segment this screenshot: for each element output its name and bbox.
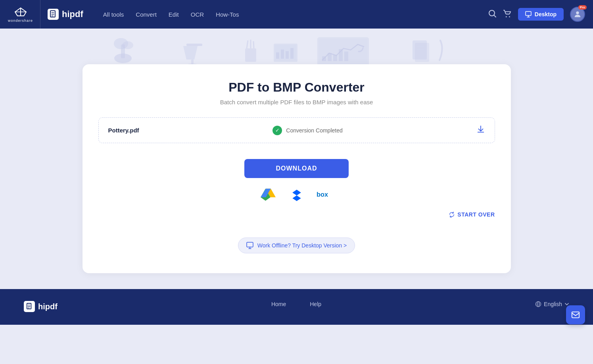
wondershare-text: wondershare — [8, 19, 33, 23]
box-button[interactable]: box — [317, 186, 334, 203]
wondershare-icon — [13, 6, 28, 17]
hipdf-icon-svg — [50, 10, 57, 18]
svg-rect-20 — [276, 52, 279, 59]
email-icon — [571, 310, 580, 319]
cart-button[interactable] — [503, 9, 512, 20]
nav-convert[interactable]: Convert — [136, 11, 157, 18]
svg-line-15 — [247, 40, 248, 48]
svg-rect-47 — [572, 312, 579, 318]
desktop-promo-text: Work Offline? Try Desktop Version > — [257, 242, 347, 249]
start-over-row: START OVER — [98, 211, 495, 222]
chat-button[interactable] — [566, 305, 585, 324]
svg-rect-43 — [247, 242, 253, 247]
start-over-button[interactable]: START OVER — [449, 211, 495, 218]
svg-marker-41 — [292, 190, 301, 195]
dropbox-icon — [290, 188, 304, 201]
footer-language[interactable]: English — [535, 301, 569, 307]
cart-icon — [503, 9, 512, 18]
svg-point-13 — [187, 63, 198, 64]
svg-rect-23 — [290, 48, 294, 59]
hero-background: PDF to BMP Converter Batch convert multi… — [0, 29, 593, 289]
page-subtitle: Batch convert multiple PDF files to BMP … — [98, 99, 495, 105]
navbar: wondershare hipdf All tools Convert Edit… — [0, 0, 593, 29]
svg-point-3 — [509, 16, 510, 17]
desktop-btn-label: Desktop — [535, 11, 557, 17]
file-name: Pottery.pdf — [108, 127, 139, 134]
actions-area: DOWNLOAD — [98, 155, 495, 230]
search-button[interactable] — [488, 9, 497, 20]
footer-home[interactable]: Home — [271, 301, 286, 307]
svg-rect-4 — [526, 11, 531, 15]
hipdf-text: hipdf — [62, 9, 83, 19]
footer-hipdf-text: hipdf — [38, 302, 58, 311]
desktop-promo-area: Work Offline? Try Desktop Version > — [98, 238, 495, 253]
desktop-promo-pill[interactable]: Work Offline? Try Desktop Version > — [238, 238, 355, 253]
hipdf-logo[interactable]: hipdf — [40, 9, 83, 20]
refresh-icon — [449, 211, 455, 218]
svg-point-5 — [576, 11, 579, 14]
svg-point-9 — [122, 41, 133, 49]
svg-rect-10 — [186, 44, 202, 46]
file-download-button[interactable] — [476, 125, 485, 136]
svg-rect-26 — [322, 56, 326, 61]
box-icon: box — [317, 190, 334, 199]
converter-card: PDF to BMP Converter Batch convert multi… — [83, 64, 511, 273]
nav-actions: Desktop Pro — [488, 7, 585, 22]
svg-rect-28 — [333, 55, 337, 61]
svg-marker-11 — [183, 46, 198, 59]
footer-hipdf-icon — [24, 301, 35, 312]
file-row: Pottery.pdf ✓ Conversion Completed — [99, 118, 495, 143]
status-check-icon: ✓ — [273, 126, 282, 135]
status-group: ✓ Conversion Completed — [273, 126, 342, 135]
nav-edit[interactable]: Edit — [169, 11, 179, 18]
hipdf-icon — [48, 9, 59, 20]
language-text: English — [544, 301, 562, 307]
nav-all-tools[interactable]: All tools — [103, 11, 124, 18]
main-container: PDF to BMP Converter Batch convert multi… — [75, 64, 519, 289]
user-icon — [573, 10, 582, 19]
footer-links: Home Help — [271, 301, 321, 307]
svg-rect-14 — [245, 48, 256, 62]
svg-rect-30 — [344, 52, 348, 61]
status-text: Conversion Completed — [286, 127, 342, 134]
footer-col-home: Home — [271, 301, 286, 307]
avatar[interactable]: Pro — [570, 7, 585, 22]
wondershare-logo: wondershare — [8, 0, 40, 29]
file-list: Pottery.pdf ✓ Conversion Completed — [98, 117, 495, 143]
footer-col-help: Help — [310, 301, 321, 307]
svg-rect-33 — [415, 43, 429, 62]
desktop-button[interactable]: Desktop — [518, 8, 564, 21]
brand-logo: wondershare hipdf — [8, 0, 83, 29]
footer-logo: hipdf — [24, 301, 58, 312]
globe-icon — [535, 301, 541, 307]
svg-point-2 — [506, 16, 507, 17]
dropbox-button[interactable] — [288, 186, 305, 203]
cloud-storage-icons: box — [259, 186, 334, 203]
decoration-svg — [0, 29, 593, 64]
start-over-label: START OVER — [457, 211, 495, 218]
svg-text:box: box — [317, 191, 328, 198]
svg-rect-22 — [286, 51, 289, 59]
svg-rect-29 — [339, 49, 343, 61]
desktop-promo-icon — [246, 242, 253, 249]
download-icon — [476, 125, 485, 134]
download-button[interactable]: DOWNLOAD — [244, 159, 349, 178]
svg-rect-21 — [281, 50, 284, 59]
search-icon — [488, 9, 497, 18]
footer: hipdf Home Help English — [0, 289, 593, 325]
footer-help[interactable]: Help — [310, 301, 321, 307]
footer-icon-svg — [26, 303, 33, 310]
nav-links: All tools Convert Edit OCR How-Tos — [103, 11, 480, 18]
nav-how-tos[interactable]: How-Tos — [216, 11, 239, 18]
pro-badge: Pro — [578, 5, 587, 10]
google-drive-button[interactable] — [259, 186, 277, 203]
hero-decoration — [0, 29, 593, 64]
desktop-icon — [525, 11, 532, 17]
svg-rect-27 — [328, 53, 332, 61]
page-title: PDF to BMP Converter — [98, 80, 495, 95]
nav-ocr[interactable]: OCR — [191, 11, 204, 18]
gdrive-icon — [261, 188, 276, 201]
svg-line-17 — [253, 41, 254, 48]
